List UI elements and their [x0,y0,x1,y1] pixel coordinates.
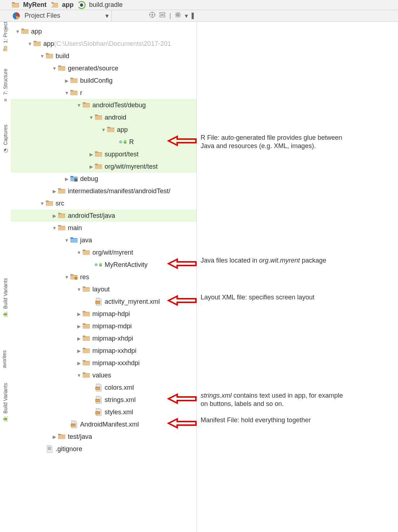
hide-panel-icon[interactable] [192,13,194,19]
tree-row[interactable]: ▶debug [11,173,196,185]
folder-icon [107,126,115,134]
tree-toggle-icon[interactable]: ▶ [51,189,58,194]
breadcrumb-item[interactable]: MyRent [11,0,50,10]
tree-toggle-icon[interactable]: ▼ [27,41,33,47]
folder-blue-icon [70,236,78,244]
tree-toggle-icon[interactable]: ▶ [64,78,70,83]
tree-toggle-icon[interactable]: ▶ [64,176,70,182]
tree-path-suffix: (C:\Users\Siobhan\Documents\2017-201 [54,40,171,48]
tree-row[interactable]: ▶mipmap-hdpi [11,308,196,320]
tree-toggle-icon[interactable]: ▼ [64,90,70,96]
gutter-tab-favorites[interactable]: avorites [1,350,7,368]
gutter-tab-project[interactable]: 1: Project [1,22,9,52]
tree-toggle-icon[interactable]: ▶ [88,164,95,169]
tree-toggle-icon[interactable]: ▶ [88,152,95,157]
project-tree[interactable]: ▼app▼app (C:\Users\Siobhan\Documents\201… [11,22,196,455]
folder-icon [82,334,90,342]
folder-icon [82,310,90,318]
folder-icon [58,224,66,232]
breadcrumb-item[interactable]: build.gradle [77,0,126,10]
folder-icon [45,52,53,60]
tree-label: intermediates/manifest/androidTest/ [68,187,170,195]
tree-toggle-icon[interactable]: ▼ [76,373,82,378]
tree-row[interactable]: ▶androidTest/java [11,209,196,222]
tree-row[interactable]: ▼main [11,222,196,234]
collapse-all-icon[interactable] [159,12,166,20]
tree-row[interactable]: ▼build [11,50,196,62]
tree-label: AndroidManifest.xml [80,421,139,428]
tree-label: strings.xml [105,396,136,404]
scroll-to-source-icon[interactable] [149,12,156,20]
tree-toggle-icon[interactable]: ▼ [39,201,45,206]
tree-row[interactable]: ▼src [11,197,196,209]
tree-row[interactable]: ▶mipmap-mdpi [11,320,196,332]
tree-label: java [80,237,92,244]
annotation: Java files located in org.wit.myrent pac… [167,256,326,271]
tree-row[interactable]: ▶mipmap-xhdpi [11,332,196,345]
tree-label: test/java [68,433,92,441]
tree-row[interactable]: ▼androidTest/debug [11,99,196,111]
tree-toggle-icon[interactable]: ▼ [76,287,82,292]
red-arrow-icon [167,392,198,406]
tree-toggle-icon[interactable]: ▼ [64,238,70,243]
annotation-text: Manifest File: hold everything together [201,416,311,424]
tree-row[interactable]: ▼app (C:\Users\Siobhan\Documents\2017-20… [11,38,196,50]
annotation: Manifest File: hold everything together [167,416,311,431]
folder-icon [82,359,90,367]
tree-row[interactable]: .gitignore [11,443,196,455]
settings-icon[interactable] [175,12,181,20]
tree-row[interactable]: ▼app [11,25,196,38]
red-arrow-icon [167,256,198,271]
tree-row[interactable]: ▶mipmap-xxxhdpi [11,357,196,369]
xmlfile-icon [95,298,102,306]
tree-label: mipmap-xxxhdpi [92,359,140,367]
tree-row[interactable]: ▶test/java [11,431,196,443]
bug-icon [1,310,9,318]
tree-row[interactable]: ▶intermediates/manifest/androidTest/ [11,185,196,197]
tree-toggle-icon[interactable]: ▼ [51,225,58,231]
gutter-tab-captures[interactable]: ◔ Captures [1,125,9,155]
tree-row[interactable]: ▶buildConfig [11,74,196,87]
tree-toggle-icon[interactable]: ▼ [76,103,82,108]
tree-toggle-icon[interactable]: ▼ [51,66,58,71]
tree-row[interactable]: ▼res [11,271,196,283]
tree-label: mipmap-xxhdpi [92,347,136,355]
gutter-tab-build-variants-2[interactable]: Build Variants [1,383,9,423]
tree-toggle-icon[interactable]: ▼ [64,274,70,280]
tree-toggle-icon[interactable]: ▼ [39,53,45,59]
tree-toggle-icon[interactable]: ▶ [76,360,82,366]
tree-label: res [80,273,89,281]
tree-toggle-icon[interactable]: ▶ [76,324,82,329]
tree-row[interactable]: ▼java [11,234,196,246]
tree-toggle-icon[interactable]: ▶ [51,213,58,219]
tree-row[interactable]: ▶mipmap-xxhdpi [11,345,196,357]
annotations: R File: auto-generated file provides glu… [197,22,398,532]
tree-toggle-icon[interactable]: ▶ [76,336,82,341]
red-arrow-icon [167,416,198,431]
tree-row[interactable]: ▶org/wit/myrent/test [11,160,196,173]
folder-icon [95,150,102,158]
xmlfile-icon [70,420,78,428]
folder-icon [1,44,9,52]
tree-row[interactable]: ▼r [11,87,196,99]
tree-row[interactable]: ▼android [11,111,196,124]
folder-icon [58,212,66,220]
gutter-tab-build-variants[interactable]: Build Variants [1,278,9,318]
breadcrumb-item[interactable]: app [50,0,77,10]
tree-toggle-icon[interactable]: ▶ [76,348,82,354]
folder-icon [33,40,41,48]
tree-label: org/wit/myrent [92,249,133,256]
tree-toggle-icon[interactable]: ▼ [76,250,82,255]
tree-label: buildConfig [80,77,113,85]
project-view-selector[interactable]: Project Files ▾ [11,10,112,21]
tree-toggle-icon[interactable]: ▶ [51,434,58,440]
tree-toggle-icon[interactable]: ▶ [76,311,82,317]
tree-label: org/wit/myrent/test [105,163,158,170]
tree-toggle-icon[interactable]: ▼ [100,127,107,133]
tree-toggle-icon[interactable]: ▼ [88,115,95,120]
gutter-tab-structure[interactable]: ≡ 7: Structure [1,69,9,104]
annotation: R File: auto-generated file provides glu… [167,134,343,151]
tree-toggle-icon[interactable]: ▼ [14,29,21,34]
tree-row[interactable]: ▼values [11,369,196,381]
tree-row[interactable]: ▼generated/source [11,62,196,74]
